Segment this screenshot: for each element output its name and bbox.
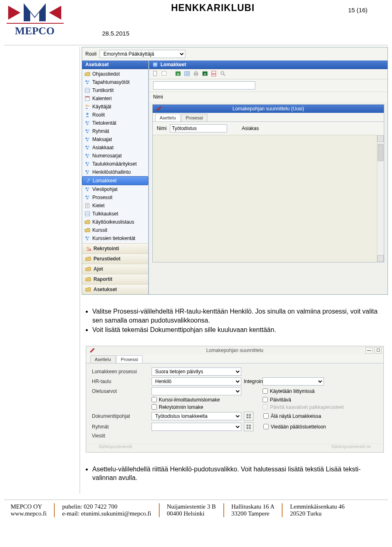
- scroll-up-icon[interactable]: [377, 135, 384, 142]
- section-button-raportit[interactable]: Raportit: [82, 274, 148, 284]
- nav-icon: [85, 145, 90, 150]
- svg-point-24: [85, 146, 87, 147]
- nav-icon: [85, 211, 90, 217]
- svg-rect-46: [85, 212, 90, 216]
- updating-checkbox[interactable]: Päivittävä: [263, 397, 340, 403]
- minimize-button[interactable]: —: [365, 347, 373, 354]
- section-button-rekrytointi[interactable]: Rekrytointi: [82, 243, 148, 253]
- course-registration-checkbox[interactable]: Kurssi-ilmoittautumislomake: [151, 397, 241, 403]
- nav-item-kurssien-tietokentät[interactable]: Kurssien tietokentät: [82, 234, 148, 242]
- nav-item-maksajat[interactable]: Maksajat: [82, 135, 148, 143]
- section-button-label: Raportit: [94, 276, 112, 282]
- section-button-asetukset[interactable]: Asetukset: [82, 284, 148, 294]
- svg-point-25: [87, 146, 89, 147]
- defaults-select[interactable]: [151, 387, 241, 395]
- svg-point-52: [87, 247, 89, 249]
- svg-point-39: [85, 187, 87, 189]
- nav-item-ryhmät[interactable]: Ryhmät: [82, 127, 148, 135]
- form-name-input[interactable]: [170, 124, 227, 132]
- nav-icon: [85, 195, 90, 200]
- nav-item-käyttäjät[interactable]: Käyttäjät: [82, 103, 148, 111]
- svg-point-33: [85, 170, 87, 172]
- doc-templates-select[interactable]: Työtodistus lomakkeelta: [151, 412, 241, 420]
- subwindow-title: Lomakepohjan suunnittelu (Uusi): [153, 106, 384, 112]
- svg-rect-78: [247, 417, 248, 418]
- nav-item-label: Taulukkomääritykset: [92, 161, 137, 167]
- tab-asettelu[interactable]: Asettelu: [90, 355, 116, 363]
- excel-icon[interactable]: X: [175, 71, 182, 77]
- recruitment-form-checkbox[interactable]: Rekrytoinnin lomake: [151, 404, 241, 410]
- nav-item-käytt-oikeuslistaus[interactable]: Käyttöoikeuslistaus: [82, 218, 148, 226]
- svg-point-12: [86, 105, 88, 107]
- hide-in-forms-checkbox[interactable]: Älä näytä Lomakkeissa: [263, 413, 341, 419]
- nav-item-label: Kielet: [92, 203, 105, 208]
- svg-rect-59: [162, 72, 167, 76]
- print-icon[interactable]: [193, 71, 200, 77]
- grid-icon[interactable]: [184, 71, 191, 77]
- nav-item-label: Ryhmät: [92, 128, 109, 134]
- pdf-icon[interactable]: PDF: [211, 71, 218, 77]
- svg-point-29: [87, 156, 88, 157]
- nav-icon: [85, 161, 90, 167]
- nav-item-label: Ohjaustiedot: [92, 71, 120, 77]
- nav-item-prosessit[interactable]: Prosessit: [82, 193, 148, 202]
- doc-templates-pick-button[interactable]: [244, 412, 254, 421]
- section-button-perustiedot[interactable]: Perustiedot: [82, 253, 148, 264]
- tab-asettelu[interactable]: Asettelu: [155, 114, 180, 121]
- nav-item-lomakkeet[interactable]: Lomakkeet: [82, 176, 148, 185]
- svg-point-23: [87, 139, 88, 141]
- export-decisions-checkbox[interactable]: Viedään päätösluetteloon: [263, 424, 341, 430]
- nav-icon: [85, 137, 90, 142]
- toolbar-search-input[interactable]: [153, 81, 255, 90]
- nav-item-tietokentät[interactable]: Tietokentät: [82, 119, 148, 127]
- use-in-interfaces-checkbox[interactable]: Käytetään liittymissä: [263, 388, 340, 394]
- nav-item-henkil-st-hallinto[interactable]: Henkilöstöhallinto: [82, 168, 148, 176]
- logo: MEPCO: [4, 2, 78, 41]
- nav-item-tuntikortit[interactable]: Tuntikortit: [82, 86, 148, 94]
- process-select[interactable]: Suora tietojen päivitys: [151, 368, 241, 376]
- svg-point-43: [87, 195, 89, 197]
- nav-item-tulkkaukset[interactable]: Tulkkaukset: [82, 210, 148, 218]
- design-canvas[interactable]: [153, 135, 377, 262]
- nav-item-viestipohjat[interactable]: Viestipohjat: [82, 185, 148, 193]
- nav-item-numerosarjat[interactable]: Numerosarjat: [82, 152, 148, 160]
- open-icon[interactable]: [161, 71, 168, 77]
- role-label: Rooli: [85, 51, 96, 57]
- groups-pick-button[interactable]: [244, 422, 254, 431]
- nav-item-taulukkomääritykset[interactable]: Taulukkomääritykset: [82, 160, 148, 168]
- maximize-button[interactable]: ☐: [374, 347, 382, 354]
- nav-item-label: Käyttöoikeuslistaus: [92, 219, 134, 225]
- svg-point-40: [87, 187, 89, 189]
- svg-point-30: [85, 162, 87, 164]
- groups-select[interactable]: [151, 423, 241, 431]
- nav-icon: [85, 128, 90, 134]
- svg-point-15: [85, 121, 87, 123]
- nav-item-kielet[interactable]: Kielet: [82, 202, 148, 210]
- hr-table-select[interactable]: Henkilö: [151, 377, 241, 386]
- scroll-down-icon[interactable]: [377, 255, 384, 262]
- app-settings-window: Rooli Emoryhmä Pääkäyttäjä Asetukset Ohj…: [82, 47, 388, 295]
- nav-item-kurssit[interactable]: Kurssit: [82, 226, 148, 234]
- new-icon[interactable]: [152, 71, 159, 77]
- doc-title: HENKKARIKLUBI: [171, 2, 255, 13]
- svg-rect-0: [7, 23, 64, 24]
- nav-item-tapahtumasy-t-t[interactable]: Tapahtumasyötöt: [82, 78, 148, 86]
- nav-icon: [85, 186, 90, 192]
- content-title: Lomakkeet: [160, 62, 186, 67]
- integration-select[interactable]: [263, 377, 324, 386]
- svg-point-31: [87, 162, 89, 164]
- tab-prosessi[interactable]: Prosessi: [116, 355, 143, 363]
- role-select[interactable]: Emoryhmä Pääkäyttäjä: [100, 50, 185, 58]
- bullet-item: Valitse Prosessi-välilehdeltä HR-taulu-k…: [92, 307, 384, 325]
- tab-prosessi[interactable]: Prosessi: [181, 114, 207, 121]
- doc-date: 28.5.2015: [102, 30, 388, 37]
- search-icon[interactable]: [220, 71, 227, 77]
- scrollbar[interactable]: [377, 135, 384, 262]
- nav-item-ohjaustiedot[interactable]: Ohjaustiedot: [82, 70, 148, 78]
- export-excel-icon[interactable]: X: [202, 71, 209, 77]
- nav-item-roolit[interactable]: Roolit: [82, 111, 148, 119]
- svg-rect-80: [247, 425, 248, 426]
- section-button-ajot[interactable]: Ajot: [82, 264, 148, 274]
- nav-item-asiakkaat[interactable]: Asiakkaat: [82, 143, 148, 152]
- nav-item-kalenteri[interactable]: Kalenteri: [82, 94, 148, 103]
